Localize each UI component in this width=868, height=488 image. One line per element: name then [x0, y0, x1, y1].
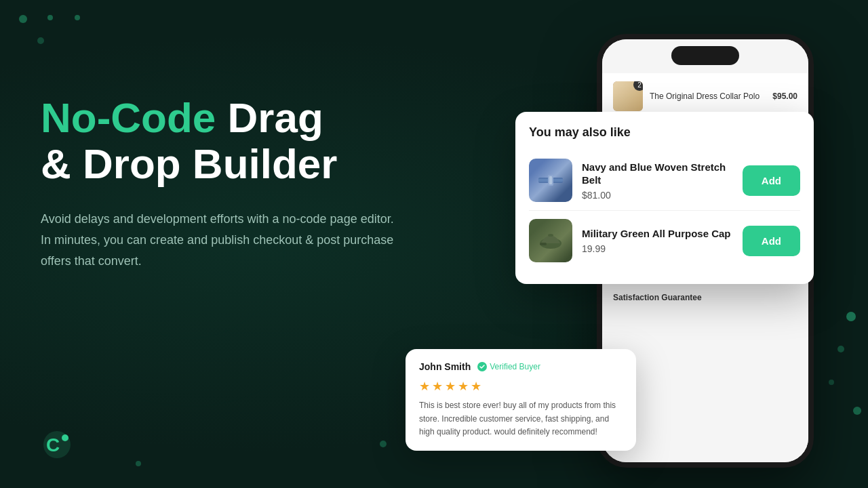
verified-label: Verified Buyer [490, 362, 540, 371]
reviewer-row: John Smith Verified Buyer [419, 361, 623, 372]
logo: C [41, 428, 73, 461]
add-belt-button[interactable]: Add [743, 165, 800, 196]
star-2: ★ [432, 379, 443, 394]
subtext: Avoid delays and development efforts wit… [41, 209, 400, 271]
phone-satisfaction: Satisfaction Guarantee [602, 285, 808, 312]
headline: No-Code Drag& Drop Builder [41, 95, 434, 187]
product-row-cap: Military Green All Purpose Cap 19.99 Add [529, 211, 800, 270]
review-card: John Smith Verified Buyer ★ ★ ★ ★ ★ This… [406, 349, 636, 451]
cap-product-image [529, 219, 572, 262]
belt-product-price: $81.00 [582, 190, 733, 201]
star-3: ★ [445, 379, 456, 394]
star-4: ★ [458, 379, 469, 394]
belt-product-info: Navy and Blue Woven Stretch Belt $81.00 [582, 161, 733, 201]
svg-rect-8 [540, 243, 547, 245]
headline-accent: No-Code [41, 94, 216, 141]
left-content: No-Code Drag& Drop Builder Avoid delays … [41, 95, 434, 271]
reviewer-name: John Smith [419, 361, 471, 372]
review-text: This is best store ever! buy all of my p… [419, 399, 623, 439]
also-like-title: You may also like [529, 125, 800, 140]
svg-point-2 [62, 434, 68, 441]
star-5: ★ [471, 379, 481, 394]
svg-rect-6 [549, 176, 552, 184]
cap-product-info: Military Green All Purpose Cap 19.99 [582, 227, 733, 254]
svg-point-9 [548, 234, 553, 237]
cap-icon [536, 226, 566, 256]
phone-product-image: 2 [613, 81, 643, 111]
phone-product-name: The Original Dress Collar Polo [650, 92, 766, 101]
product-row-belt: Navy and Blue Woven Stretch Belt $81.00 … [529, 150, 800, 211]
belt-product-name: Navy and Blue Woven Stretch Belt [582, 161, 733, 187]
star-1: ★ [419, 379, 430, 394]
belt-product-image [529, 159, 572, 202]
logo-icon: C [41, 428, 73, 461]
cap-product-name: Military Green All Purpose Cap [582, 227, 733, 241]
cap-product-price: 19.99 [582, 243, 733, 254]
belt-icon [536, 165, 566, 195]
verified-badge: Verified Buyer [477, 362, 540, 371]
satisfaction-title: Satisfaction Guarantee [613, 293, 797, 302]
svg-text:C: C [46, 434, 60, 455]
add-cap-button[interactable]: Add [743, 226, 800, 256]
phone-product-price: $95.00 [772, 92, 797, 101]
also-like-card: You may also like Navy and Blue Woven St… [515, 112, 814, 284]
phone-notch [671, 46, 739, 65]
review-stars: ★ ★ ★ ★ ★ [419, 379, 623, 394]
verified-icon [477, 362, 487, 371]
